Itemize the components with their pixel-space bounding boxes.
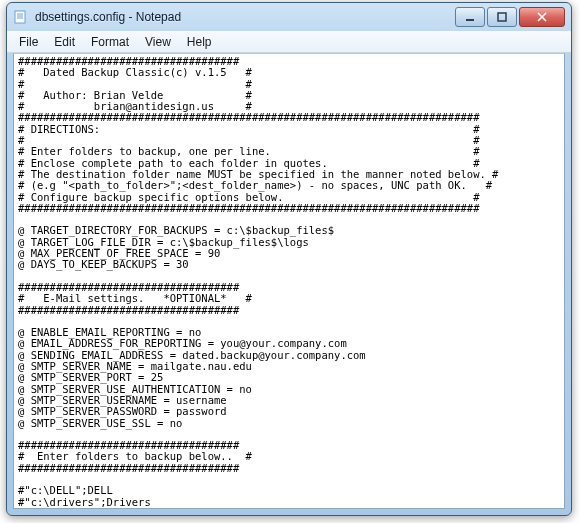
svg-rect-0: [15, 11, 25, 23]
maximize-button[interactable]: [487, 7, 517, 27]
text-editor[interactable]: ################################### # Da…: [14, 54, 564, 508]
client-area: ################################### # Da…: [13, 53, 565, 509]
close-icon: [537, 12, 547, 22]
window-controls: [453, 7, 565, 27]
menu-bar: File Edit Format View Help: [7, 31, 571, 53]
minimize-icon: [465, 12, 475, 22]
menu-view[interactable]: View: [137, 33, 179, 51]
menu-format[interactable]: Format: [83, 33, 137, 51]
menu-file[interactable]: File: [11, 33, 46, 51]
minimize-button[interactable]: [455, 7, 485, 27]
menu-help[interactable]: Help: [179, 33, 220, 51]
svg-rect-4: [466, 19, 474, 21]
window-title: dbsettings.config - Notepad: [35, 10, 453, 24]
svg-rect-5: [498, 13, 506, 21]
notepad-app-icon: [13, 9, 29, 25]
menu-edit[interactable]: Edit: [46, 33, 83, 51]
titlebar[interactable]: dbsettings.config - Notepad: [7, 3, 571, 31]
maximize-icon: [497, 12, 507, 22]
close-button[interactable]: [519, 7, 565, 27]
notepad-window: dbsettings.config - Notepad File: [6, 2, 572, 516]
